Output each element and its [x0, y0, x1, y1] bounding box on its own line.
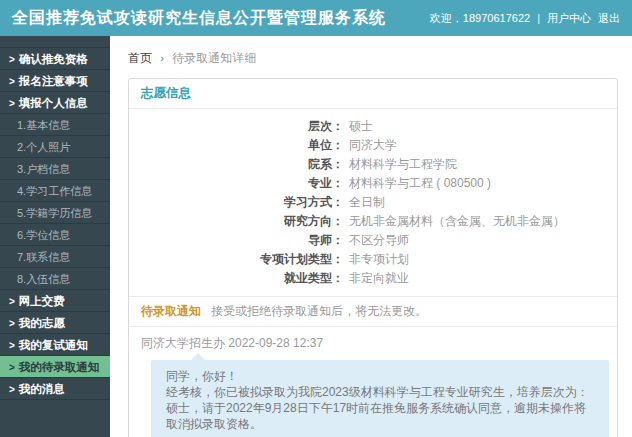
sidebar-item-label: 3.户档信息	[17, 163, 70, 175]
sidebar-item-my-messages[interactable]: >我的消息	[0, 378, 110, 400]
sidebar-item-admission-notice[interactable]: >我的待录取通知	[0, 356, 110, 378]
layout: >确认推免资格 >报名注意事项 >填报个人信息 1.基本信息 2.个人照片 3.…	[0, 36, 632, 437]
sidebar-item-label: 填报个人信息	[19, 97, 88, 109]
notice-message-bubble: 同学，你好！ 经考核，你已被拟录取为我院2023级材料科学与工程专业研究生，培养…	[151, 360, 609, 437]
sidebar-item-my-volunteer[interactable]: >我的志愿	[0, 312, 110, 334]
sidebar-item-label: 5.学籍学历信息	[17, 207, 92, 219]
breadcrumb-separator-icon: ›	[160, 52, 164, 64]
sidebar-item-label: 4.学习工作信息	[17, 185, 92, 197]
field-label: 单位：	[129, 136, 344, 155]
main-content: 首页 › 待录取通知详细 志愿信息 层次：硕士 单位：同济大学 院系：材料科学与…	[110, 36, 632, 437]
sidebar-item-registration-notes[interactable]: >报名注意事项	[0, 70, 110, 92]
field-value: 非定向就业	[349, 269, 409, 288]
top-header: 全国推荐免试攻读研究生信息公开暨管理服务系统 欢迎，18970617622 | …	[0, 0, 632, 36]
sidebar-menu: >确认推免资格 >报名注意事项 >填报个人信息 1.基本信息 2.个人照片 3.…	[0, 47, 110, 400]
user-center-link[interactable]: 用户中心	[547, 11, 591, 26]
field-value: 硕士	[349, 117, 373, 136]
notice-section-note: 接受或拒绝待录取通知后，将无法更改。	[211, 304, 427, 318]
notice-section-title: 待录取通知	[141, 304, 201, 318]
field-row-supervisor: 导师：不区分导师	[129, 231, 617, 250]
sidebar-item-label: 确认推免资格	[19, 53, 88, 65]
field-label: 层次：	[129, 117, 344, 136]
sidebar-item-personal-info[interactable]: >填报个人信息	[0, 92, 110, 114]
app-title: 全国推荐免试攻读研究生信息公开暨管理服务系统	[12, 8, 386, 29]
sidebar-item-household-file[interactable]: 3.户档信息	[0, 158, 110, 180]
field-row-department: 院系：材料科学与工程学院	[129, 155, 617, 174]
sidebar-item-label: 我的志愿	[19, 317, 65, 329]
field-value: 无机非金属材料（含金属、无机非金属）	[349, 212, 565, 231]
chevron-right-icon: >	[9, 54, 15, 65]
field-label: 专项计划类型：	[129, 250, 344, 269]
breadcrumb: 首页 › 待录取通知详细	[128, 50, 618, 67]
field-row-research-direction: 研究方向：无机非金属材料（含金属、无机非金属）	[129, 212, 617, 231]
field-value: 不区分导师	[349, 231, 409, 250]
sidebar-item-label: 7.联系信息	[17, 251, 70, 263]
field-row-unit: 单位：同济大学	[129, 136, 617, 155]
field-label: 就业类型：	[129, 269, 344, 288]
logout-link[interactable]: 退出	[598, 11, 620, 26]
sidebar-item-online-payment[interactable]: >网上交费	[0, 290, 110, 312]
app-root: 全国推荐免试攻读研究生信息公开暨管理服务系统 欢迎，18970617622 | …	[0, 0, 632, 437]
field-row-major: 专业：材料科学与工程 ( 080500 )	[129, 174, 617, 193]
sidebar-item-label: 我的消息	[19, 383, 65, 395]
notice-greeting: 同学，你好！	[166, 368, 594, 384]
sidebar-item-label: 我的待录取通知	[19, 361, 100, 373]
chevron-right-icon: >	[9, 384, 15, 395]
breadcrumb-home-link[interactable]: 首页	[128, 51, 152, 65]
volunteer-fields: 层次：硕士 单位：同济大学 院系：材料科学与工程学院 专业：材料科学与工程 ( …	[129, 109, 617, 296]
sidebar-item-contact-info[interactable]: 7.联系信息	[0, 246, 110, 268]
field-row-special-plan: 专项计划类型：非专项计划	[129, 250, 617, 269]
sidebar-item-military-info[interactable]: 8.入伍信息	[0, 268, 110, 290]
field-label: 专业：	[129, 174, 344, 193]
sidebar: >确认推免资格 >报名注意事项 >填报个人信息 1.基本信息 2.个人照片 3.…	[0, 36, 110, 437]
welcome-text: 欢迎，18970617622	[430, 11, 530, 26]
field-label: 院系：	[129, 155, 344, 174]
notice-body: 经考核，你已被拟录取为我院2023级材料科学与工程专业研究生，培养层次为：硕士，…	[166, 384, 594, 432]
sidebar-item-label: 我的复试通知	[19, 339, 88, 351]
field-value: 材料科学与工程 ( 080500 )	[349, 174, 491, 193]
field-label: 导师：	[129, 231, 344, 250]
volunteer-info-section-title: 志愿信息	[129, 79, 617, 109]
field-row-study-mode: 学习方式：全日制	[129, 193, 617, 212]
chevron-right-icon: >	[9, 296, 15, 307]
sidebar-item-degree-info[interactable]: 6.学位信息	[0, 224, 110, 246]
sidebar-item-basic-info[interactable]: 1.基本信息	[0, 114, 110, 136]
chevron-right-icon: >	[9, 362, 15, 373]
field-value: 全日制	[349, 193, 385, 212]
chevron-right-icon: >	[9, 98, 15, 109]
sidebar-item-retest-notice[interactable]: >我的复试通知	[0, 334, 110, 356]
notice-sender: 同济大学招生办 2022-09-28 12:37	[129, 327, 617, 352]
user-area: 欢迎，18970617622 | 用户中心 退出	[430, 11, 620, 26]
admission-detail-panel: 志愿信息 层次：硕士 单位：同济大学 院系：材料科学与工程学院 专业：材料科学与…	[128, 78, 618, 437]
field-value: 材料科学与工程学院	[349, 155, 457, 174]
field-value: 非专项计划	[349, 250, 409, 269]
chevron-right-icon: >	[9, 340, 15, 351]
header-divider: |	[537, 12, 540, 24]
field-label: 研究方向：	[129, 212, 344, 231]
sidebar-item-student-status[interactable]: 5.学籍学历信息	[0, 202, 110, 224]
sidebar-item-label: 网上交费	[19, 295, 65, 307]
sidebar-item-confirm-eligibility[interactable]: >确认推免资格	[0, 48, 110, 70]
chevron-right-icon: >	[9, 318, 15, 329]
sidebar-item-label: 报名注意事项	[19, 75, 88, 87]
field-row-employment-type: 就业类型：非定向就业	[129, 269, 617, 288]
field-label: 学习方式：	[129, 193, 344, 212]
field-value: 同济大学	[349, 136, 397, 155]
breadcrumb-current: 待录取通知详细	[172, 51, 256, 65]
chevron-right-icon: >	[9, 76, 15, 87]
sidebar-item-study-work[interactable]: 4.学习工作信息	[0, 180, 110, 202]
notice-section-header: 待录取通知 接受或拒绝待录取通知后，将无法更改。	[129, 296, 617, 327]
sidebar-item-label: 6.学位信息	[17, 229, 70, 241]
field-row-level: 层次：硕士	[129, 117, 617, 136]
sidebar-item-photo[interactable]: 2.个人照片	[0, 136, 110, 158]
sidebar-item-label: 8.入伍信息	[17, 273, 70, 285]
sidebar-item-label: 2.个人照片	[17, 141, 70, 153]
sidebar-item-label: 1.基本信息	[17, 119, 70, 131]
